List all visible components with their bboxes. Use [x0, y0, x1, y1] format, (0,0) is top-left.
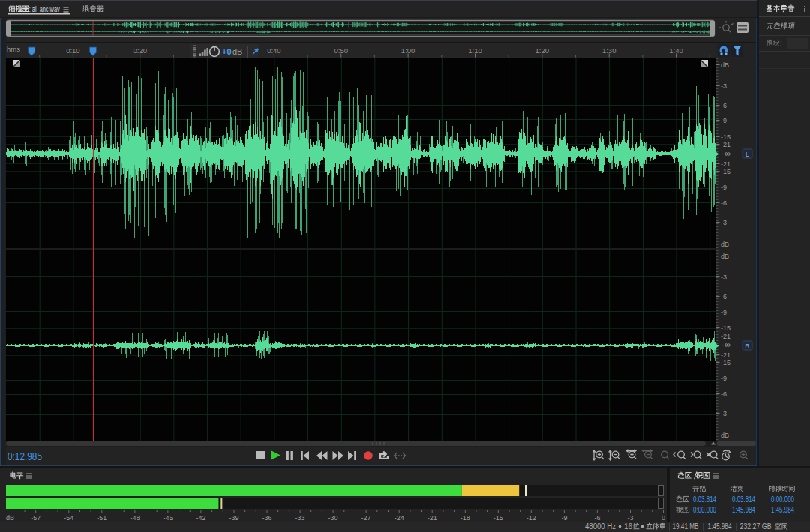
svg-text:-15: -15: [721, 133, 730, 141]
svg-text:-39: -39: [229, 514, 238, 522]
svg-text:-12: -12: [526, 514, 536, 522]
svg-text:-42: -42: [196, 514, 206, 522]
svg-text:1:40: 1:40: [669, 46, 683, 55]
svg-text:-21: -21: [721, 351, 730, 359]
svg-text:0:03.814: 0:03.814: [732, 495, 755, 504]
svg-text:1:30: 1:30: [602, 46, 616, 55]
svg-text:-27: -27: [362, 514, 371, 522]
svg-text:0:20: 0:20: [133, 46, 147, 55]
svg-text:-6: -6: [721, 102, 727, 109]
svg-text:-9: -9: [721, 309, 727, 316]
svg-text:0:12.985: 0:12.985: [8, 450, 42, 462]
svg-text:-33: -33: [296, 514, 305, 522]
svg-text:L: L: [746, 151, 749, 158]
svg-text:-15: -15: [494, 514, 503, 522]
svg-text:-45: -45: [163, 514, 172, 522]
svg-text:232.27 GB: 232.27 GB: [740, 522, 772, 531]
svg-text:1:10: 1:10: [468, 46, 482, 55]
svg-text:0:03.814: 0:03.814: [693, 495, 716, 504]
svg-text:-3: -3: [721, 273, 727, 281]
svg-text:dB: dB: [6, 514, 14, 522]
svg-text:-15: -15: [721, 324, 730, 332]
svg-text:0:50: 0:50: [334, 46, 349, 55]
svg-text:dB: dB: [721, 61, 729, 69]
svg-text:-21: -21: [721, 333, 730, 340]
svg-text:-30: -30: [328, 514, 338, 522]
svg-text:-36: -36: [262, 514, 272, 522]
svg-text:dB: dB: [232, 47, 242, 56]
svg-text:-21: -21: [721, 141, 730, 148]
svg-text:0:10: 0:10: [66, 46, 80, 55]
svg-text:-9: -9: [721, 117, 727, 124]
svg-text:dB: dB: [721, 253, 729, 260]
svg-text:-3: -3: [721, 219, 727, 226]
svg-text::: :: [780, 39, 782, 47]
svg-text:0:00.000: 0:00.000: [771, 495, 794, 504]
svg-text:-48: -48: [130, 514, 140, 522]
svg-text:1:45.984: 1:45.984: [708, 522, 732, 531]
svg-text:-6: -6: [721, 390, 727, 398]
svg-text:-57: -57: [31, 514, 40, 522]
svg-text:48000 Hz: 48000 Hz: [585, 522, 616, 531]
svg-text:-51: -51: [97, 514, 106, 522]
svg-text:-24: -24: [394, 514, 404, 522]
svg-text:-6: -6: [721, 293, 727, 300]
svg-text:-18: -18: [460, 514, 470, 522]
svg-text:19.41 MB: 19.41 MB: [673, 522, 699, 531]
svg-text:-21: -21: [721, 160, 730, 168]
svg-text:-9: -9: [721, 184, 727, 191]
svg-text:0:00.000: 0:00.000: [693, 505, 716, 514]
svg-text:-3: -3: [721, 410, 727, 417]
svg-text:1:45.984: 1:45.984: [771, 505, 794, 514]
svg-text:-54: -54: [64, 514, 74, 522]
svg-text:dB: dB: [721, 241, 729, 248]
svg-text:-9: -9: [561, 514, 567, 522]
svg-text:1:45.984: 1:45.984: [732, 505, 755, 514]
svg-text:16: 16: [624, 522, 633, 531]
svg-text:dB: dB: [721, 432, 729, 439]
svg-text:-15: -15: [721, 359, 730, 366]
svg-text:0:40: 0:40: [267, 46, 281, 55]
svg-text:+0: +0: [222, 47, 232, 56]
svg-text:0: 0: [662, 514, 665, 522]
svg-text:R: R: [745, 342, 750, 350]
svg-text:-6: -6: [721, 199, 727, 207]
svg-text:-9: -9: [721, 375, 727, 382]
svg-text:: ai_anc.wav: : ai_anc.wav: [29, 4, 61, 13]
svg-text:1:00: 1:00: [401, 46, 416, 55]
svg-text:-6: -6: [594, 514, 600, 522]
svg-text:-3: -3: [721, 82, 727, 90]
svg-text:-21: -21: [428, 514, 437, 522]
svg-text:hms: hms: [7, 45, 20, 53]
svg-text:-3: -3: [627, 514, 633, 522]
svg-text:1:20: 1:20: [536, 46, 550, 55]
svg-text:-15: -15: [721, 168, 730, 175]
